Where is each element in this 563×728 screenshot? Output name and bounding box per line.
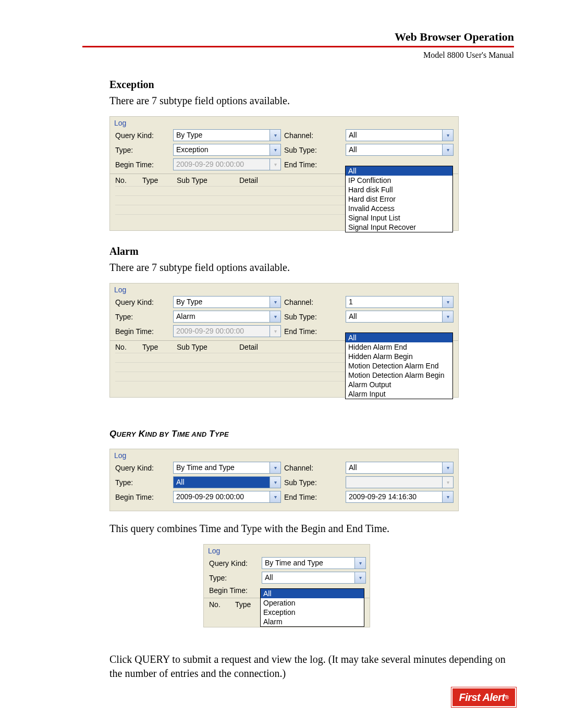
label-sub-type: Sub Type: xyxy=(284,478,342,487)
label-begin-time: Begin Time: xyxy=(115,161,170,169)
label-type: Type: xyxy=(209,574,259,582)
logo-text: First Alert xyxy=(459,692,505,704)
dropdown-option[interactable]: Hidden Alarm Begin xyxy=(346,352,452,361)
qkind-heading: QUERY KIND BY TIME AND TYPE xyxy=(109,429,516,439)
label-query-kind: Query Kind: xyxy=(115,464,170,472)
query-kind-select[interactable]: By Time and Type▾ xyxy=(173,462,281,474)
log-panel-title: Log xyxy=(110,117,458,128)
query-kind-select[interactable]: By Type▾ xyxy=(173,129,281,141)
chevron-down-icon[interactable]: ▾ xyxy=(355,572,366,584)
dropdown-option[interactable]: IP Confliction xyxy=(346,176,452,185)
exception-intro: There are 7 subtype field options availa… xyxy=(109,95,516,107)
channel-select[interactable]: 1▾ xyxy=(346,296,454,308)
label-query-kind: Query Kind: xyxy=(115,131,170,140)
chevron-down-icon[interactable]: ▾ xyxy=(270,491,281,503)
type-dropdown[interactable]: All Operation Exception Alarm xyxy=(260,588,364,627)
label-type: Type: xyxy=(115,146,170,154)
label-type: Type: xyxy=(115,478,170,487)
label-end-time: End Time: xyxy=(284,493,342,501)
type-select[interactable]: All▾ xyxy=(173,476,281,488)
header-title: Web Browser Operation xyxy=(82,30,514,44)
query-kind-select[interactable]: By Time and Type▾ xyxy=(262,557,366,569)
query-kind-select[interactable]: By Type▾ xyxy=(173,296,281,308)
label-end-time: End Time: xyxy=(284,327,342,336)
dropdown-option[interactable]: Motion Detection Alarm Begin xyxy=(346,371,452,380)
dropdown-option[interactable]: All xyxy=(346,166,452,176)
narrow-log-panel: Log Query Kind: By Time and Type▾ Type: … xyxy=(203,544,370,627)
dropdown-option[interactable]: Hard disk Full xyxy=(346,185,452,194)
alarm-heading: Alarm xyxy=(109,245,516,257)
dropdown-option[interactable]: Operation xyxy=(261,598,364,608)
chevron-down-icon[interactable]: ▾ xyxy=(270,311,281,323)
sub-type-select[interactable]: All▾ xyxy=(346,144,454,156)
page-header: Web Browser Operation Model 8800 User's … xyxy=(82,30,514,60)
chevron-down-icon[interactable]: ▾ xyxy=(270,129,281,141)
chevron-down-icon[interactable]: ▾ xyxy=(270,476,281,488)
chevron-down-icon: ▾ xyxy=(270,325,281,337)
header-subtitle: Model 8800 User's Manual xyxy=(82,51,514,60)
channel-select[interactable]: All▾ xyxy=(346,462,454,474)
dropdown-option[interactable]: Hidden Alarm End xyxy=(346,342,452,352)
sub-type-dropdown[interactable]: All IP Confliction Hard disk Full Hard d… xyxy=(345,166,453,232)
label-sub-type: Sub Type: xyxy=(284,313,342,321)
sub-type-dropdown[interactable]: All Hidden Alarm End Hidden Alarm Begin … xyxy=(345,332,453,399)
exception-heading: Exception xyxy=(109,79,516,91)
dropdown-option[interactable]: Hard dist Error xyxy=(346,194,452,204)
qkind-log-panel: Log Query Kind: By Time and Type▾ Channe… xyxy=(109,449,459,511)
dropdown-option[interactable]: Motion Detection Alarm End xyxy=(346,361,452,371)
chevron-down-icon[interactable]: ▾ xyxy=(443,129,454,141)
begin-time-field: 2009-09-29 00:00:00▾ xyxy=(173,158,281,170)
label-channel: Channel: xyxy=(284,464,342,472)
dropdown-option[interactable]: All xyxy=(261,589,364,598)
type-select[interactable]: All▾ xyxy=(262,572,366,584)
dropdown-option[interactable]: Alarm Input xyxy=(346,389,452,399)
sub-type-select: ▾ xyxy=(346,476,454,488)
content: Exception There are 7 subtype field opti… xyxy=(109,79,516,681)
type-select[interactable]: Exception▾ xyxy=(173,144,281,156)
label-begin-time: Begin Time: xyxy=(115,327,170,336)
log-panel-title: Log xyxy=(204,545,370,556)
chevron-down-icon[interactable]: ▾ xyxy=(443,462,454,474)
chevron-down-icon[interactable]: ▾ xyxy=(270,144,281,156)
log-panel-title: Log xyxy=(110,449,458,461)
dropdown-option[interactable]: Alarm xyxy=(261,617,364,626)
label-end-time: End Time: xyxy=(284,161,342,169)
col-subtype: Sub Type xyxy=(177,343,239,351)
alarm-intro: There are 7 subtype field options availa… xyxy=(109,262,516,274)
dropdown-option[interactable]: Alarm Output xyxy=(346,380,452,389)
dropdown-option[interactable]: All xyxy=(346,333,452,342)
col-type: Type xyxy=(142,176,177,184)
qkind-after-text: This query combines Time and Type with t… xyxy=(109,523,516,535)
dropdown-option[interactable]: Exception xyxy=(261,608,364,617)
chevron-down-icon[interactable]: ▾ xyxy=(270,296,281,308)
col-no: No. xyxy=(115,343,142,351)
channel-select[interactable]: All▾ xyxy=(346,129,454,141)
begin-time-field[interactable]: 2009-09-29 00:00:00▾ xyxy=(173,491,281,503)
dropdown-option[interactable]: Invalid Access xyxy=(346,204,452,213)
alarm-log-panel: Log Query Kind: By Type▾ Channel: 1▾ Typ… xyxy=(109,283,459,398)
dropdown-option[interactable]: Signal Input Recover xyxy=(346,223,452,232)
chevron-down-icon[interactable]: ▾ xyxy=(270,462,281,474)
col-no: No. xyxy=(115,176,142,184)
chevron-down-icon[interactable]: ▾ xyxy=(443,491,454,503)
label-type: Type: xyxy=(115,313,170,321)
page: Web Browser Operation Model 8800 User's … xyxy=(0,0,563,728)
chevron-down-icon[interactable]: ▾ xyxy=(443,144,454,156)
footer-paragraph: Click QUERY to submit a request and view… xyxy=(109,652,516,681)
chevron-down-icon[interactable]: ▾ xyxy=(443,296,454,308)
type-select[interactable]: Alarm▾ xyxy=(173,311,281,323)
dropdown-option[interactable]: Signal Input List xyxy=(346,213,452,223)
end-time-field[interactable]: 2009-09-29 14:16:30▾ xyxy=(346,491,454,503)
sub-type-select[interactable]: All▾ xyxy=(346,311,454,323)
col-subtype: Sub Type xyxy=(177,176,239,184)
label-channel: Channel: xyxy=(284,298,342,306)
label-query-kind: Query Kind: xyxy=(115,298,170,306)
first-alert-logo: First Alert® xyxy=(451,687,516,707)
col-detail: Detail xyxy=(239,343,323,351)
label-query-kind: Query Kind: xyxy=(209,559,259,567)
qkind-form: Query Kind: By Time and Type▾ Channel: A… xyxy=(110,461,458,506)
header-rule xyxy=(82,46,514,47)
chevron-down-icon[interactable]: ▾ xyxy=(355,557,366,569)
begin-time-field: 2009-09-29 00:00:00▾ xyxy=(173,325,281,337)
chevron-down-icon[interactable]: ▾ xyxy=(443,311,454,323)
